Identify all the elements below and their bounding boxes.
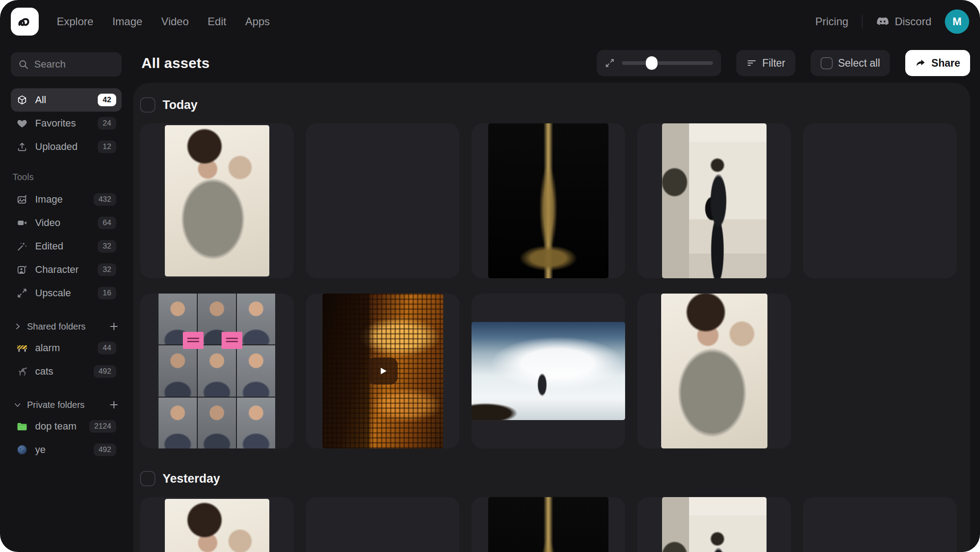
folder-item-cats[interactable]: cats 492 xyxy=(11,360,122,383)
topbar-divider xyxy=(862,15,862,28)
section-select-checkbox[interactable] xyxy=(140,97,155,113)
cube-icon xyxy=(16,94,28,106)
city-skyline-thumbnail xyxy=(306,169,459,232)
folder-item-ye[interactable]: ye 492 xyxy=(11,438,122,462)
discord-label: Discord xyxy=(895,15,931,28)
share-icon xyxy=(915,58,926,68)
asset-grid xyxy=(140,123,957,448)
shared-folders-header[interactable]: Shared folders xyxy=(11,317,122,336)
discord-link[interactable]: Discord xyxy=(876,15,931,28)
pink-note-tag xyxy=(222,332,242,349)
count-badge: 32 xyxy=(98,263,116,276)
sidebar-item-label: Upscale xyxy=(35,287,91,299)
headshot-cell xyxy=(237,345,275,396)
asset-card-tea-ceremony[interactable] xyxy=(803,497,957,552)
main-header: All assets xyxy=(132,43,970,83)
character-icon xyxy=(16,264,28,276)
sidebar-item-uploaded[interactable]: Uploaded 12 xyxy=(11,135,122,158)
play-icon xyxy=(378,366,388,376)
pricing-link[interactable]: Pricing xyxy=(815,15,848,28)
select-all-button[interactable]: Select all xyxy=(811,50,890,76)
sidebar-item-video[interactable]: Video 64 xyxy=(11,211,122,235)
sidebar-item-favorites[interactable]: Favorites 24 xyxy=(11,112,122,135)
nav-image[interactable]: Image xyxy=(112,15,142,28)
count-badge: 44 xyxy=(98,342,116,354)
asset-card-night-tower[interactable] xyxy=(472,123,625,278)
sidebar-item-label: All xyxy=(35,94,91,106)
sidebar-item-label: Favorites xyxy=(35,118,91,129)
sidebar-item-edited[interactable]: Edited 32 xyxy=(11,235,122,258)
section-header: Yesterday xyxy=(140,471,957,486)
sidebar-item-label: Character xyxy=(35,264,91,276)
count-badge: 492 xyxy=(94,365,116,378)
section-select-checkbox[interactable] xyxy=(140,471,155,486)
main-nav: Explore Image Video Edit Apps xyxy=(57,15,270,28)
top-bar: Explore Image Video Edit Apps Pricing Di… xyxy=(0,0,980,43)
size-slider-thumb[interactable] xyxy=(646,56,658,70)
tea-ceremony-thumbnail xyxy=(827,497,932,552)
search-icon xyxy=(18,59,29,70)
nav-apps[interactable]: Apps xyxy=(245,15,270,28)
share-button[interactable]: Share xyxy=(905,50,970,76)
share-label: Share xyxy=(931,57,960,69)
folder-item-alarm[interactable]: alarm 44 xyxy=(11,336,122,360)
page-title: All assets xyxy=(141,55,209,72)
nav-edit[interactable]: Edit xyxy=(208,15,226,28)
tea-ceremony-thumbnail xyxy=(827,123,932,278)
asset-card-city-skyline[interactable] xyxy=(306,497,459,552)
asset-card-orange-facade[interactable] xyxy=(306,294,459,448)
app-logo[interactable] xyxy=(11,8,39,36)
chevron-down-icon xyxy=(14,401,22,409)
filter-button[interactable]: Filter xyxy=(736,50,795,76)
size-slider[interactable] xyxy=(622,61,713,65)
asset-grid xyxy=(140,497,957,552)
count-badge: 16 xyxy=(98,287,116,299)
bed-selfie-thumbnail xyxy=(165,499,269,552)
count-badge: 24 xyxy=(98,117,116,130)
play-button[interactable] xyxy=(368,357,398,385)
wand-icon xyxy=(16,240,28,252)
filter-icon xyxy=(746,58,757,68)
asset-card-ocean-wave[interactable] xyxy=(472,294,625,448)
asset-card-kitchen-suit[interactable] xyxy=(637,123,791,278)
asset-card-night-tower[interactable] xyxy=(472,497,625,552)
nav-video[interactable]: Video xyxy=(161,15,189,28)
search-box[interactable] xyxy=(11,52,122,77)
bed-selfie-thumbnail xyxy=(165,125,269,276)
asset-card-tea-ceremony[interactable] xyxy=(803,123,957,278)
asset-card-city-skyline[interactable] xyxy=(306,123,459,278)
folder-item-label: dop team xyxy=(35,421,82,432)
discord-icon xyxy=(876,15,889,28)
sidebar-item-label: Image xyxy=(35,194,86,205)
count-badge: 12 xyxy=(98,140,116,153)
sidebar-item-label: Edited xyxy=(35,240,91,252)
folder-item-dop-team[interactable]: dop team 2124 xyxy=(11,415,122,438)
sidebar-item-character[interactable]: Character 32 xyxy=(11,258,122,281)
sidebar-item-all[interactable]: All 42 xyxy=(11,88,122,112)
blue-sphere-icon xyxy=(16,444,28,456)
section-header: Today xyxy=(140,97,957,113)
green-folder-icon xyxy=(16,421,28,432)
add-private-folder-button[interactable] xyxy=(109,400,119,410)
folder-item-label: ye xyxy=(35,444,86,456)
private-folders-header[interactable]: Private folders xyxy=(11,395,122,415)
user-avatar[interactable]: M xyxy=(945,9,969,34)
barrier-icon xyxy=(16,342,28,354)
asset-card-bed-selfie-2[interactable] xyxy=(637,294,791,448)
search-input[interactable] xyxy=(34,59,114,70)
sidebar-item-upscale[interactable]: Upscale 16 xyxy=(11,281,122,305)
asset-card-bed-selfie[interactable] xyxy=(140,497,294,552)
nav-explore[interactable]: Explore xyxy=(57,15,93,28)
video-icon xyxy=(16,217,28,229)
sidebar-item-image[interactable]: Image 432 xyxy=(11,188,122,211)
asset-card-headshot-grid[interactable] xyxy=(140,294,294,448)
pink-note-tag xyxy=(183,332,204,349)
assets-panel: TodayYesterday xyxy=(133,83,970,552)
app-window: Explore Image Video Edit Apps Pricing Di… xyxy=(0,0,980,552)
add-shared-folder-button[interactable] xyxy=(109,321,119,331)
asset-card-kitchen-suit[interactable] xyxy=(637,497,791,552)
city-skyline-thumbnail xyxy=(306,543,459,552)
select-all-checkbox[interactable] xyxy=(821,57,833,69)
asset-card-bed-selfie[interactable] xyxy=(140,123,294,278)
sidebar: All 42 Favorites 24 Uploaded xyxy=(0,43,132,552)
